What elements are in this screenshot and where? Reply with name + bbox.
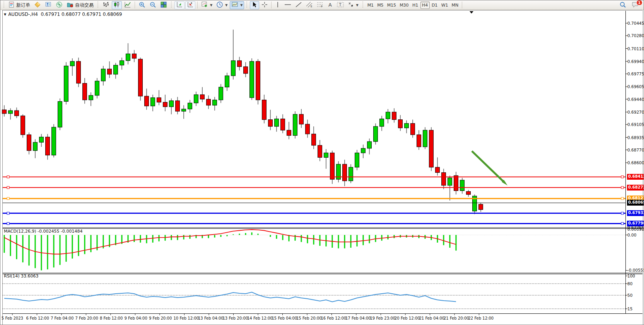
candle-bullish — [386, 112, 390, 119]
chart-template-button[interactable]: ▼ — [230, 1, 244, 9]
candle-bullish — [120, 61, 124, 65]
candlestick-chart-type-button[interactable] — [112, 1, 122, 9]
candle-bullish — [89, 95, 93, 100]
horizontal-line-icon — [284, 2, 291, 9]
horizontal-line-tool-button[interactable] — [283, 1, 293, 9]
price-axis-tick: 0.69775 — [627, 71, 644, 76]
line-chart-type-button[interactable] — [123, 1, 133, 9]
candle-bullish — [126, 54, 130, 61]
chart-template-icon — [231, 1, 238, 9]
arrows-tool-button[interactable]: ▼ — [346, 1, 360, 9]
gold-diamond-icon — [34, 1, 41, 9]
hline-price-label: 0.67932 — [627, 210, 644, 216]
indicator-window-icon — [176, 1, 183, 9]
time-axis-tick: 6 Feb 12:00 — [26, 316, 49, 321]
zoom-out-icon — [149, 1, 156, 9]
toolbar-gripper[interactable] — [171, 2, 173, 9]
toolbar-gripper[interactable] — [246, 2, 248, 9]
text-label-tool-button[interactable]: T — [335, 1, 345, 9]
toolbar-gripper[interactable] — [97, 2, 99, 9]
new-order-button[interactable]: 新订单 — [7, 1, 32, 9]
signals-icon — [56, 1, 63, 9]
candle-bearish — [21, 116, 25, 135]
candle-bearish — [46, 137, 50, 155]
time-axis-tick: 21 Feb 04:00 — [419, 316, 445, 321]
tile-windows-button[interactable] — [159, 1, 169, 9]
hline-handle — [621, 186, 624, 189]
profile-button[interactable] — [43, 1, 53, 9]
tab-timeframe-h1[interactable]: H1 — [411, 2, 420, 9]
bar-chart-type-button[interactable] — [101, 1, 111, 9]
autotrade-button[interactable]: 自动交易 — [65, 1, 95, 9]
indicator-window-2-button[interactable] — [185, 1, 195, 9]
macd-indicator-label: MACD(12,26,9) -0.002455 -0.001484 — [4, 229, 82, 234]
candle-bullish — [275, 119, 279, 127]
zoom-out-button[interactable] — [148, 1, 158, 9]
market-button[interactable] — [32, 1, 43, 9]
candle-bullish — [151, 98, 155, 106]
candle-bullish — [9, 111, 13, 114]
price-axis-tick: 0.68935 — [627, 135, 644, 140]
indicator-window-button[interactable] — [174, 1, 184, 9]
candle-bullish — [361, 148, 366, 153]
candle-bullish — [405, 123, 409, 128]
candle-bullish — [349, 167, 353, 181]
candle-bearish — [299, 114, 304, 124]
time-axis-tick: 19 Feb 23:00 — [370, 316, 396, 321]
price-axis-tick: 0.68600 — [627, 160, 644, 165]
tab-timeframe-d1[interactable]: D1 — [430, 2, 439, 9]
time-axis-tick: 14 Feb 12:00 — [247, 316, 273, 321]
tab-timeframe-m15[interactable]: M15 — [386, 2, 398, 9]
candle-bullish — [64, 66, 68, 102]
candle-bullish — [250, 61, 254, 98]
candle-bearish — [312, 134, 316, 145]
hline-handle — [621, 176, 624, 178]
candle-bullish — [231, 61, 236, 76]
fibonacci-tool-button[interactable]: F — [315, 1, 325, 9]
notifications-button[interactable]: 1 — [630, 1, 641, 9]
candle-bearish — [281, 119, 285, 130]
add-indicator-button[interactable]: ▼ — [200, 1, 214, 9]
candle-bearish — [442, 173, 446, 185]
toolbar-gripper[interactable] — [362, 2, 364, 9]
crosshair-tool-button[interactable] — [260, 1, 269, 9]
chevron-down-icon: ▼ — [4, 13, 6, 16]
equidistant-channel-tool-button[interactable]: E — [304, 1, 314, 9]
arrows-icon — [348, 2, 354, 9]
candle-bearish — [256, 61, 260, 100]
candle-bullish — [448, 178, 452, 185]
toolbar-gripper[interactable] — [3, 2, 5, 9]
tab-timeframe-m30[interactable]: M30 — [398, 2, 410, 9]
candle-bearish — [411, 123, 415, 134]
price-axis-tick: 0.69440 — [627, 97, 644, 102]
tab-timeframe-w1[interactable]: W1 — [440, 2, 450, 9]
trendline-icon — [295, 2, 302, 9]
candle-bullish — [95, 81, 99, 95]
tab-timeframe-m1[interactable]: M1 — [366, 2, 376, 9]
rsi-axis-tick: 15 — [627, 306, 632, 311]
candle-bullish — [219, 87, 223, 100]
chart-area[interactable]: 0.684130.682720.681270.680690.679320.677… — [0, 10, 644, 325]
period-button[interactable]: ▼ — [215, 1, 229, 9]
candle-bullish — [101, 69, 106, 81]
text-tool-button[interactable]: A — [326, 1, 335, 9]
candle-bearish — [466, 191, 471, 194]
zoom-in-button[interactable] — [137, 1, 147, 9]
candle-bearish — [15, 111, 19, 116]
tab-timeframe-mn[interactable]: MN — [450, 2, 460, 9]
candle-bearish — [176, 101, 180, 111]
candlestick-chart-icon — [113, 1, 120, 9]
price-axis-tick: 0.70280 — [627, 33, 644, 38]
search-button[interactable] — [618, 1, 628, 9]
current-price-label: 0.68069 — [627, 200, 644, 206]
vertical-line-tool-button[interactable] — [273, 1, 282, 9]
cursor-tool-button[interactable] — [250, 1, 259, 9]
tab-timeframe-h4[interactable]: H4 — [420, 2, 430, 9]
candle-bullish — [52, 127, 56, 155]
signals-button[interactable] — [54, 1, 64, 9]
trendline-tool-button[interactable] — [294, 1, 304, 9]
candle-bullish — [460, 180, 465, 191]
time-axis-tick: 21 Feb 20:00 — [444, 316, 469, 321]
candle-bullish — [374, 126, 378, 141]
tab-timeframe-m5[interactable]: M5 — [376, 2, 385, 9]
